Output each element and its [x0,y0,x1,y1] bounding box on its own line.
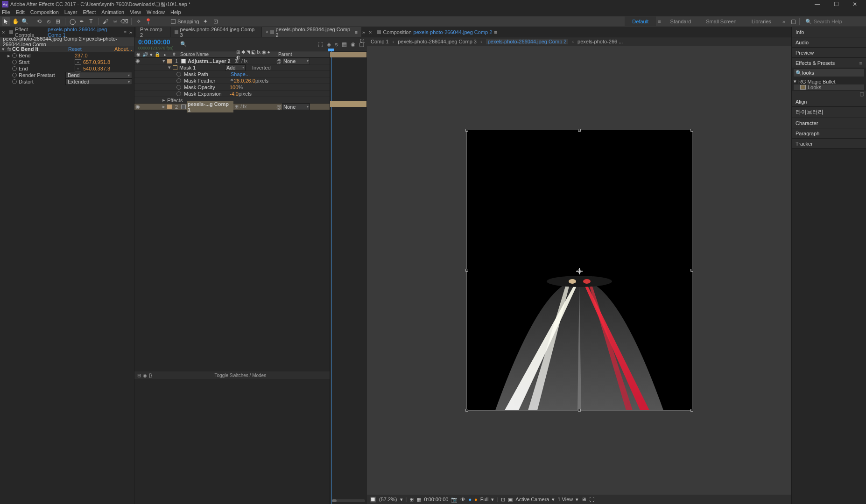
minimize-button[interactable]: — [808,0,827,8]
frame-io-icon[interactable]: ▢ [789,17,797,26]
fx-toggle[interactable]: fx [7,46,12,52]
prop-distort-dropdown[interactable]: Extended [65,78,132,85]
prop-prestart-dropdown[interactable]: Bend [65,72,132,78]
stopwatch-icon[interactable] [176,91,181,96]
viewer-timecode[interactable]: 0:00:00:00 [424,497,448,502]
resolution-dropdown[interactable]: Full [480,497,489,502]
handle-tl[interactable] [465,129,468,132]
prop-mask-opacity-value[interactable]: 100 [230,84,238,90]
menu-file[interactable]: File [2,9,10,15]
new-bin-icon[interactable]: ▢ [859,91,864,97]
effects-twirl[interactable]: ▸ [162,97,166,103]
breadcrumb-item-active[interactable]: pexels-photo-266044.jpeg Comp 2 [486,39,569,44]
comp-link[interactable]: pexels-photo-266044.jpeg Comp 2 [414,29,493,35]
timeline-tab-comp2[interactable]: × pexels-photo-266044.jpeg Comp 2 ≡ [262,27,361,37]
mask-mode-dropdown[interactable]: Add [225,64,246,71]
effects-presets-header[interactable]: Effects & Presets ≡ [792,58,866,68]
stopwatch-icon[interactable] [12,60,17,64]
resolution-icon[interactable]: ⊞ [409,497,414,503]
menu-help[interactable]: Help [170,9,181,15]
zoom-dropdown[interactable]: (57.2%) [379,497,397,502]
timeline-zoom-slider[interactable] [332,499,365,502]
layer-bar-1[interactable] [330,52,366,57]
layer-twirl[interactable]: ▾ [162,58,166,64]
effect-toggle[interactable]: ▾ [2,46,7,52]
hand-tool[interactable]: ✋ [11,17,20,26]
menu-view[interactable]: View [130,9,141,15]
handle-ml[interactable] [465,269,468,272]
effect-reset-link[interactable]: Reset [68,46,82,52]
point-picker-icon[interactable]: + [75,66,81,71]
composition-frame[interactable] [466,130,692,411]
clone-tool[interactable]: ⎃ [111,17,119,26]
parent-dropdown[interactable]: None [282,104,310,110]
playhead[interactable] [331,51,331,504]
handle-tr[interactable] [690,129,693,132]
preset-item[interactable]: Looks [794,84,864,90]
camera-dropdown[interactable]: Active Camera [515,497,549,502]
stopwatch-icon[interactable] [176,85,181,90]
magnification-icon[interactable]: 🔲 [370,497,376,503]
property-row[interactable]: Mask Path Shape... [134,71,330,77]
column-source-name[interactable]: Source Name [178,52,234,57]
tl-btn-1-icon[interactable]: ⊟ [137,373,141,378]
mask-color-icon[interactable] [173,65,177,70]
property-row[interactable]: Mask Expansion -4.0 pixels [134,91,330,97]
text-tool[interactable]: T [87,17,95,26]
rotate-tool[interactable]: ⟲ [35,17,43,26]
tracker-panel-header[interactable]: Tracker [792,139,866,149]
composition-tab[interactable]: Composition pexels-photo-266044.jpeg Com… [373,29,500,35]
breadcrumb-item[interactable]: pexels-photo-266 ... [577,39,623,44]
align-panel-header[interactable]: Align [792,97,866,107]
mask-row[interactable]: ▾ Mask 1 Add Inverted [134,64,330,71]
stopwatch-icon[interactable] [12,73,17,77]
point-picker-icon[interactable]: + [75,59,81,65]
panel-menu-icon[interactable]: ≡ [859,60,862,66]
pan-behind-tool[interactable]: ⊞ [54,17,62,26]
layer-color-icon[interactable] [167,59,172,63]
roi-icon[interactable]: ▣ [508,497,513,503]
handle-mr[interactable] [690,269,693,272]
tab-overflow-icon[interactable]: » [129,29,132,35]
prop-bend-value[interactable]: 237.0 [75,53,88,58]
views-dropdown[interactable]: 1 View [557,497,573,502]
menu-layer[interactable]: Layer [64,9,77,15]
layer-visibility-toggle[interactable]: ◉ [134,104,140,110]
paragraph-panel-header[interactable]: Paragraph [792,128,866,139]
color-mgmt-icon[interactable]: ● [468,497,472,502]
layer-name[interactable]: Adjustm...Layer 2 [187,58,233,64]
snapshot-icon[interactable]: 📷 [451,497,458,503]
comp-mini-flowchart-icon[interactable]: ⬚ [318,41,323,48]
mask-name[interactable]: Mask 1 [178,65,225,70]
panel-close-icon[interactable]: × [2,29,5,35]
exposure-icon[interactable]: ⛶ [589,497,594,502]
camera-tool[interactable]: ⎋ [44,17,53,26]
timeline-track-area[interactable]: 01 [330,51,367,504]
property-row[interactable]: Mask Opacity 100 % [134,84,330,91]
layer-color-icon[interactable] [167,105,172,109]
handle-br[interactable] [690,409,693,412]
breadcrumb-item[interactable]: Comp 1 [371,39,389,44]
stopwatch-icon[interactable] [12,53,17,58]
timeline-layer-row[interactable]: ◉ ▾ 1 Adjustm...Layer 2 ⊞ /fx @ None [134,58,330,64]
shy-icon[interactable]: ⎋ [335,41,338,48]
tab-menu-icon[interactable]: ≡ [354,29,357,35]
tab-menu-icon[interactable]: ≡ [494,29,497,35]
tl-btn-3-icon[interactable]: {} [149,373,152,378]
stopwatch-icon[interactable] [12,79,17,84]
handle-bm[interactable] [578,409,581,412]
tab-overflow-icon[interactable]: » [362,29,365,35]
rectangle-tool[interactable]: ◯ [68,17,77,26]
channel-icon[interactable]: ▦ [416,497,421,503]
info-panel-header[interactable]: Info [792,27,866,37]
mask-inverted-label[interactable]: Inverted [246,65,272,70]
draft3d-icon[interactable]: ◈ [327,41,331,48]
timeline-layer-row[interactable]: ◉ ▸ 2 pexels-...g Comp 1 ⊞/fx @ None [134,104,330,110]
handle-tm[interactable] [578,129,581,132]
workspace-menu-icon[interactable]: ≡ [656,19,662,24]
character-panel-header[interactable]: Character [792,118,866,128]
eraser-tool[interactable]: ⌫ [120,17,128,26]
layer-visibility-toggle[interactable]: ◉ [134,58,140,64]
handle-bl[interactable] [465,409,468,412]
snap-option-2-icon[interactable]: ⊡ [211,17,220,26]
